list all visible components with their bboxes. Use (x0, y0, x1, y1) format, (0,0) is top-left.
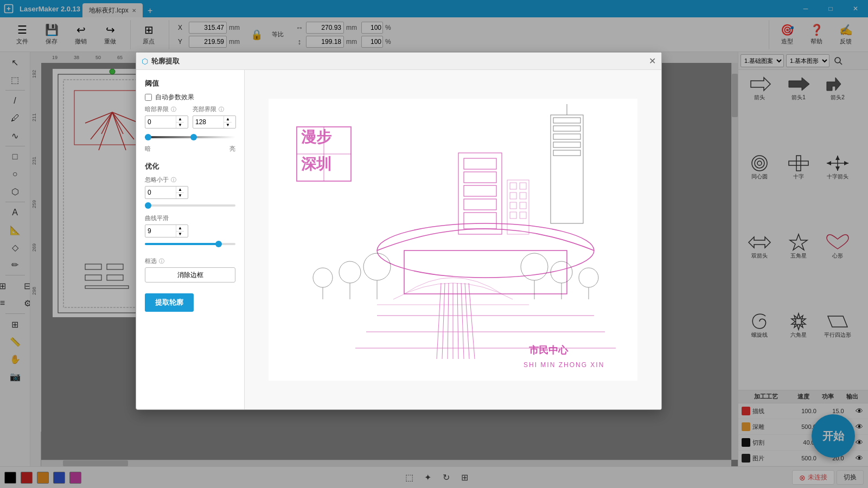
bright-info-icon: ⓘ (219, 106, 224, 113)
optimize-section: 优化 忽略小于 ⓘ ▲ ▼ (145, 162, 235, 248)
ignore-thumb[interactable] (145, 202, 151, 209)
svg-text:市民中心: 市民中心 (529, 344, 569, 356)
optimize-title: 优化 (145, 162, 235, 171)
smooth-fill (145, 243, 218, 245)
modal-icon: ⬡ (142, 57, 148, 66)
threshold-slider (145, 132, 235, 143)
ignore-slider (145, 201, 235, 210)
auto-params-label: 自动参数效果 (155, 93, 235, 102)
bright-limit-group: 亮部界限 ⓘ ▲ ▼ (193, 105, 236, 130)
dark-bright-labels: 暗 亮 (145, 145, 235, 153)
smooth-up-btn[interactable]: ▲ (176, 225, 184, 232)
threshold-section: 阈值 自动参数效果 暗部界限 ⓘ (145, 79, 235, 153)
svg-text:SHI MIN ZHONG XIN: SHI MIN ZHONG XIN (524, 361, 604, 369)
dark-limit-group: 暗部界限 ⓘ ▲ ▼ (145, 105, 188, 130)
remove-border-btn[interactable]: 消除边框 (145, 267, 235, 282)
extract-contour-btn[interactable]: 提取轮廓 (145, 293, 194, 312)
ignore-spinners: ▲ ▼ (176, 187, 184, 198)
dark-info-icon: ⓘ (171, 106, 176, 113)
ignore-down-btn[interactable]: ▼ (176, 193, 184, 199)
ignore-value-input[interactable] (145, 189, 176, 196)
dark-up-btn[interactable]: ▲ (176, 116, 184, 123)
dark-spinners: ▲ ▼ (176, 116, 184, 128)
modal-body: 阈值 自动参数效果 暗部界限 ⓘ (136, 70, 661, 409)
limit-labels: 暗部界限 ⓘ ▲ ▼ (145, 105, 235, 130)
bright-up-btn[interactable]: ▲ (224, 116, 232, 123)
smooth-label: 曲线平滑 (145, 214, 235, 222)
ignore-label: 忽略小于 ⓘ (145, 176, 235, 184)
smooth-thumb[interactable] (215, 241, 222, 247)
svg-text:深圳: 深圳 (301, 156, 331, 172)
modal-close-btn[interactable]: ✕ (649, 56, 656, 66)
ignore-up-btn[interactable]: ▲ (176, 187, 184, 193)
bright-end-label: 亮 (229, 145, 235, 153)
dark-numbox: ▲ ▼ (145, 115, 188, 129)
dark-limit-label: 暗部界限 ⓘ (145, 105, 188, 113)
smooth-group: 曲线平滑 ▲ ▼ (145, 214, 235, 248)
bright-input-row: ▲ ▼ (193, 115, 236, 129)
dark-down-btn[interactable]: ▼ (176, 123, 184, 129)
dark-end-label: 暗 (145, 145, 151, 153)
modal-title: 轮廓提取 (151, 56, 646, 66)
frame-label: 框选 ⓘ (145, 257, 235, 265)
auto-params-checkbox[interactable] (145, 94, 152, 101)
bright-slider-thumb[interactable] (190, 134, 197, 140)
ignore-info-icon: ⓘ (171, 176, 176, 184)
contour-extract-dialog: ⬡ 轮廓提取 ✕ 阈值 自动参数效果 暗部界限 ⓘ (136, 52, 662, 410)
smooth-down-btn[interactable]: ▼ (176, 232, 184, 237)
bright-numbox: ▲ ▼ (193, 115, 236, 129)
frame-info-icon: ⓘ (159, 258, 164, 265)
smooth-slider (145, 240, 235, 248)
preview-image: 漫步 深圳 (269, 99, 637, 381)
dark-slider-thumb[interactable] (145, 134, 151, 140)
threshold-title: 阈值 (145, 79, 235, 88)
auto-params-row: 自动参数效果 (145, 93, 235, 102)
modal-title-bar: ⬡ 轮廓提取 ✕ (136, 53, 661, 70)
smooth-numbox: ▲ ▼ (145, 224, 188, 237)
smooth-spinners: ▲ ▼ (176, 225, 184, 237)
svg-text:漫步: 漫步 (301, 129, 332, 145)
bright-down-btn[interactable]: ▼ (224, 123, 232, 129)
bright-value-input[interactable] (193, 118, 224, 126)
bright-limit-label: 亮部界限 ⓘ (193, 105, 236, 113)
smooth-value-input[interactable] (145, 227, 176, 235)
extract-btn-container: 提取轮廓 (145, 293, 235, 312)
ignore-group: 忽略小于 ⓘ ▲ ▼ (145, 176, 235, 210)
modal-preview-panel: 漫步 深圳 (245, 70, 661, 409)
dark-value-input[interactable] (145, 118, 176, 126)
ignore-track (145, 204, 235, 207)
modal-controls-panel: 阈值 自动参数效果 暗部界限 ⓘ (136, 70, 245, 409)
frame-section: 框选 ⓘ 消除边框 (145, 257, 235, 282)
bright-spinners: ▲ ▼ (224, 116, 232, 128)
ignore-numbox: ▲ ▼ (145, 186, 188, 199)
dark-input-row: ▲ ▼ (145, 115, 188, 129)
